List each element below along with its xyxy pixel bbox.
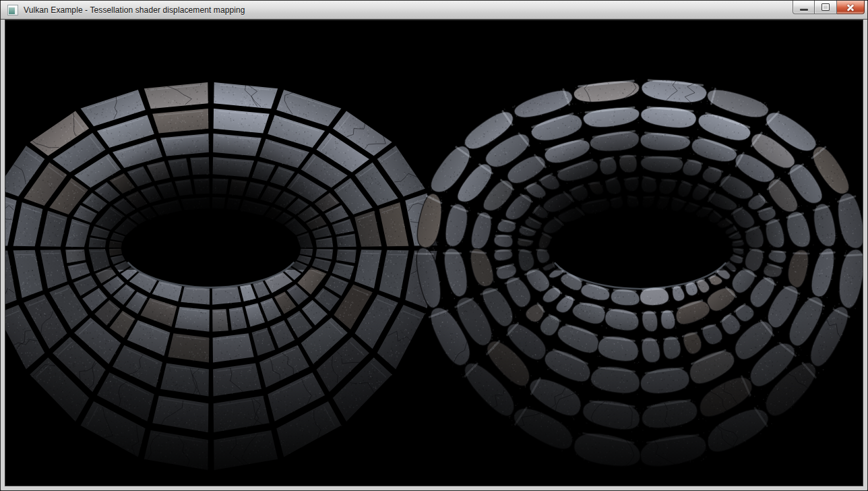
window-controls — [793, 1, 865, 15]
maximize-icon — [822, 3, 830, 11]
close-icon — [846, 3, 855, 11]
render-viewport[interactable] — [5, 20, 863, 486]
maximize-button[interactable] — [815, 1, 837, 14]
window-title: Vulkan Example - Tessellation shader dis… — [24, 5, 245, 15]
render-area — [5, 20, 863, 486]
close-button[interactable] — [837, 1, 865, 14]
app-icon-glyph — [9, 7, 15, 14]
minimize-icon — [800, 9, 808, 11]
app-window: Vulkan Example - Tessellation shader dis… — [0, 0, 868, 491]
window-titlebar[interactable]: Vulkan Example - Tessellation shader dis… — [1, 1, 867, 20]
app-icon — [7, 5, 18, 16]
minimize-button[interactable] — [793, 1, 815, 14]
